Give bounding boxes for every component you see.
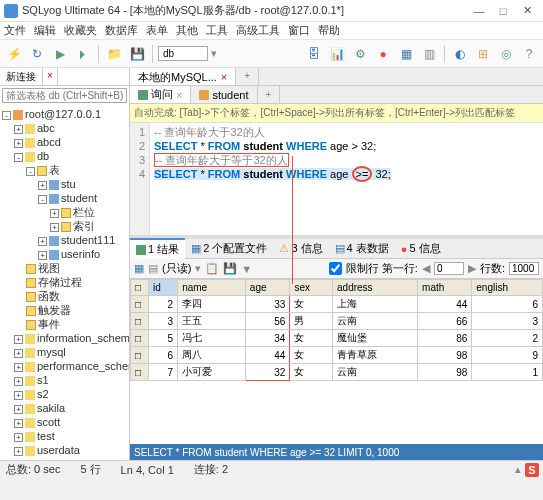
menu-table[interactable]: 表单 <box>146 23 168 38</box>
tree-item[interactable]: 栏位 <box>73 206 95 218</box>
filter-input[interactable] <box>2 88 127 103</box>
filter-icon[interactable]: ▼ <box>241 263 252 275</box>
menu-adv[interactable]: 高级工具 <box>236 23 280 38</box>
table-row[interactable]: □3王五56男云南663 <box>131 313 543 330</box>
result-tab-1[interactable]: 1 结果 <box>130 238 185 259</box>
tool-icon-10[interactable]: ? <box>519 44 539 64</box>
annotation-line <box>292 156 293 284</box>
maximize-button[interactable]: □ <box>491 5 515 17</box>
query-tab-add[interactable]: + <box>258 86 281 103</box>
tree-table[interactable]: student111 <box>61 234 115 246</box>
tree-db[interactable]: abcd <box>37 136 61 148</box>
tree-db[interactable]: test <box>37 430 55 442</box>
object-tree[interactable]: -root@127.0.0.1 +abc +abcd -db -表 +stu -… <box>0 105 129 460</box>
status-brand-icon[interactable]: S <box>525 463 539 477</box>
export-icon[interactable]: 📋 <box>205 262 219 275</box>
menu-window[interactable]: 窗口 <box>288 23 310 38</box>
tree-table[interactable]: student <box>61 192 97 204</box>
tree-item[interactable]: 视图 <box>38 262 60 274</box>
new-connection-icon[interactable]: ⚡ <box>4 44 24 64</box>
menu-other[interactable]: 其他 <box>176 23 198 38</box>
status-expand-icon[interactable]: ▴ <box>515 463 521 476</box>
limit-checkbox[interactable] <box>329 262 342 275</box>
result-tab-2[interactable]: ▦2 个配置文件 <box>185 239 273 258</box>
result-grid[interactable]: □ id name age sex address math english □… <box>130 279 543 444</box>
open-icon[interactable]: 📁 <box>104 44 124 64</box>
menu-file[interactable]: 文件 <box>4 23 26 38</box>
form-view-icon[interactable]: ▤ <box>148 262 158 275</box>
autocomplete-hint: 自动完成: [Tab]->下个标签，[Ctrl+Space]->列出所有标签，[… <box>130 104 543 123</box>
app-logo <box>4 4 18 18</box>
execute-all-icon[interactable]: ⏵ <box>73 44 93 64</box>
menu-fav[interactable]: 收藏夹 <box>64 23 97 38</box>
connection-tab-add[interactable]: + <box>236 68 259 85</box>
minimize-button[interactable]: — <box>467 5 491 17</box>
tree-db[interactable]: s1 <box>37 374 49 386</box>
save-icon[interactable]: 💾 <box>127 44 147 64</box>
col-math[interactable]: math <box>418 280 472 296</box>
db-selector[interactable]: db <box>158 46 208 61</box>
tool-icon-2[interactable]: 📊 <box>327 44 347 64</box>
connection-tab[interactable]: 本地的MySQL...× <box>130 68 236 85</box>
table-row[interactable]: □5冯七34女魔仙堡862 <box>131 330 543 347</box>
first-row-input[interactable] <box>434 262 464 275</box>
execute-icon[interactable]: ▶ <box>50 44 70 64</box>
table-row[interactable]: □2李四33女上海446 <box>131 296 543 313</box>
tree-db[interactable]: userdata <box>37 444 80 456</box>
tree-db[interactable]: information_schema <box>37 332 129 344</box>
sidebar-tab-close[interactable]: × <box>43 68 58 85</box>
menu-help[interactable]: 帮助 <box>318 23 340 38</box>
col-address[interactable]: address <box>333 280 418 296</box>
tree-root[interactable]: root@127.0.0.1 <box>25 108 101 120</box>
col-id[interactable]: id <box>149 280 178 296</box>
col-age[interactable]: age <box>245 280 290 296</box>
refresh-icon[interactable]: ↻ <box>27 44 47 64</box>
query-status-bar: SELECT * FROM student WHERE age >= 32 LI… <box>130 444 543 460</box>
tool-icon-1[interactable]: 🗄 <box>304 44 324 64</box>
tree-db[interactable]: sakila <box>37 402 65 414</box>
toolbar: ⚡ ↻ ▶ ⏵ 📁 💾 db ▾ 🗄 📊 ⚙ ● ▦ ▥ ◐ ⊞ ◎ ? <box>0 40 543 68</box>
menu-tools[interactable]: 工具 <box>206 23 228 38</box>
tree-table[interactable]: stu <box>61 178 76 190</box>
col-english[interactable]: english <box>472 280 543 296</box>
sql-editor[interactable]: 1234 -- 查询年龄大于32的人 SELECT * FROM student… <box>130 123 543 235</box>
tree-item[interactable]: 函数 <box>38 290 60 302</box>
tool-icon-7[interactable]: ◐ <box>450 44 470 64</box>
query-tab-student[interactable]: student <box>191 86 257 103</box>
result-tab-4[interactable]: ▤4 表数据 <box>329 239 395 258</box>
tree-item[interactable]: 索引 <box>73 220 95 232</box>
close-button[interactable]: ✕ <box>515 4 539 17</box>
tool-icon-3[interactable]: ⚙ <box>350 44 370 64</box>
tool-icon-6[interactable]: ▥ <box>419 44 439 64</box>
tree-db[interactable]: mysql <box>37 346 66 358</box>
tool-icon-4[interactable]: ● <box>373 44 393 64</box>
grid-view-icon[interactable]: ▦ <box>134 262 144 275</box>
tool-icon-9[interactable]: ◎ <box>496 44 516 64</box>
tool-icon-5[interactable]: ▦ <box>396 44 416 64</box>
sidebar-tab-conn[interactable]: 新连接 <box>0 68 43 85</box>
tree-item[interactable]: 事件 <box>38 318 60 330</box>
result-tab-5[interactable]: ●5 信息 <box>395 239 447 258</box>
tree-table[interactable]: userinfo <box>61 248 100 260</box>
status-total: 总数: 0 sec <box>6 462 60 477</box>
tree-db[interactable]: db <box>37 150 49 162</box>
col-name[interactable]: name <box>178 280 246 296</box>
tool-icon-8[interactable]: ⊞ <box>473 44 493 64</box>
row-count-input[interactable] <box>509 262 539 275</box>
tree-db[interactable]: abc <box>37 122 55 134</box>
tree-item[interactable]: 存储过程 <box>38 276 82 288</box>
table-row[interactable]: □6周八44女青青草原989 <box>131 347 543 364</box>
menu-db[interactable]: 数据库 <box>105 23 138 38</box>
tree-item[interactable]: 触发器 <box>38 304 71 316</box>
tree-db[interactable]: performance_schema <box>37 360 129 372</box>
col-sex[interactable]: sex <box>290 280 333 296</box>
table-row[interactable]: □7小可爱32女云南981 <box>131 364 543 381</box>
tree-db[interactable]: s2 <box>37 388 49 400</box>
db-dropdown-icon[interactable]: ▾ <box>211 47 217 60</box>
tree-tables[interactable]: 表 <box>49 164 60 176</box>
tree-db[interactable]: scott <box>37 416 60 428</box>
save-icon[interactable]: 💾 <box>223 262 237 275</box>
query-tab[interactable]: 询问× <box>130 86 191 103</box>
result-tab-3[interactable]: ⚠3 信息 <box>273 239 328 258</box>
menu-edit[interactable]: 编辑 <box>34 23 56 38</box>
